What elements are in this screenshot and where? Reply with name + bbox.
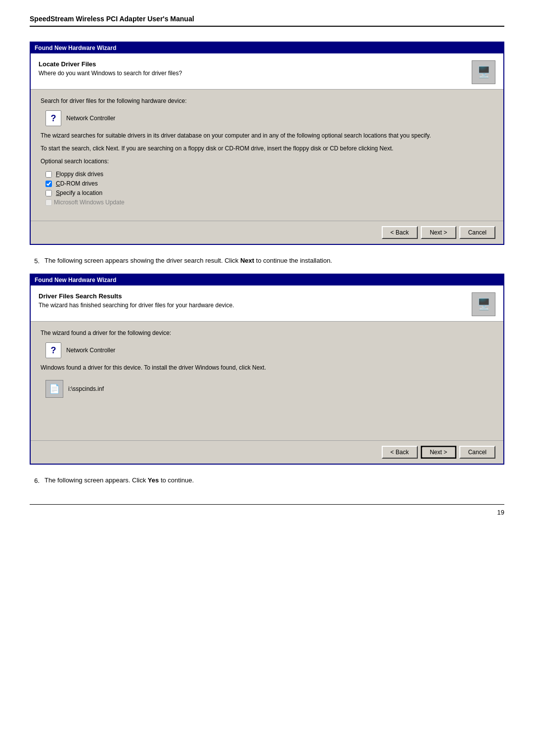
floppy-label: Floppy disk drives — [54, 171, 103, 178]
inf-file-icon: 📄 — [45, 380, 63, 398]
question-icon-1: ? — [45, 110, 61, 126]
body-para-1: The wizard searches for suitable drivers… — [41, 131, 493, 140]
page-header: SpeedStream Wireless PCI Adapter User's … — [30, 15, 504, 27]
floppy-checkbox[interactable] — [45, 171, 52, 178]
step-6-body: The following screen appears. Click Yes … — [44, 476, 504, 484]
body-para-2: To start the search, click Next. If you … — [41, 144, 493, 153]
wizard-2-header-title: Driver Files Search Results — [39, 292, 234, 300]
step-6-number: 6. — [30, 476, 40, 484]
checkbox-winupdate: Microsoft Windows Update — [45, 199, 493, 206]
cdrom-label: CD-ROM drives — [54, 180, 98, 187]
checkbox-cdrom[interactable]: CD-ROM drives — [45, 180, 493, 187]
step-5-number: 5. — [30, 257, 40, 265]
inf-file-path: i:\sspcinds.inf — [68, 385, 104, 392]
wizard-1-titlebar: Found New Hardware Wizard — [31, 43, 503, 53]
wizard-1-buttons: < Back Next > Cancel — [31, 221, 503, 244]
hardware-icon-2: 🖥️ — [472, 292, 495, 316]
step-6-container: 6. The following screen appears. Click Y… — [30, 476, 504, 484]
device-name-1: Network Controller — [66, 115, 115, 122]
checkbox-location[interactable]: Specify a location — [45, 189, 493, 196]
wizard-1-header-title: Locate Driver Files — [39, 60, 182, 68]
wizard-2-header: Driver Files Search Results The wizard h… — [31, 285, 503, 322]
wizard-1-header-text: Locate Driver Files Where do you want Wi… — [39, 60, 182, 77]
wizard-1-body: Search for driver files for the followin… — [31, 90, 503, 216]
document-title: SpeedStream Wireless PCI Adapter User's … — [30, 15, 194, 23]
checkbox-floppy[interactable]: Floppy disk drives — [45, 171, 493, 178]
wizard-2-header-subtitle: The wizard has finished searching for dr… — [39, 302, 234, 309]
question-icon-2: ? — [45, 342, 61, 358]
device-row-1: ? Network Controller — [45, 110, 493, 126]
optional-label: Optional search locations: — [41, 157, 493, 166]
wizard-2-buttons: < Back Next > Cancel — [31, 440, 503, 464]
wizard-2-back-button[interactable]: < Back — [382, 446, 418, 459]
install-text: Windows found a driver for this device. … — [41, 363, 493, 372]
inf-row: 📄 i:\sspcinds.inf — [45, 380, 493, 398]
wizard-dialog-2: Found New Hardware Wizard Driver Files S… — [30, 274, 504, 465]
step-5-container: 5. The following screen appears showing … — [30, 257, 504, 265]
wizard-1-back-button[interactable]: < Back — [382, 226, 418, 239]
wizard-dialog-1: Found New Hardware Wizard Locate Driver … — [30, 42, 504, 245]
wizard-2-header-text: Driver Files Search Results The wizard h… — [39, 292, 234, 309]
page-footer: 19 — [30, 504, 504, 516]
step-5-body: The following screen appears showing the… — [44, 257, 504, 265]
wizard-1-header: Locate Driver Files Where do you want Wi… — [31, 53, 503, 90]
wizard-1-header-subtitle: Where do you want Windows to search for … — [39, 70, 182, 77]
step-6-suffix: to continue. — [161, 476, 194, 484]
wizard-2-cancel-button[interactable]: Cancel — [459, 446, 495, 459]
step-5-suffix: to continue the installation. — [256, 257, 332, 264]
wizard-2-titlebar: Found New Hardware Wizard — [31, 275, 503, 285]
wizard-1-next-button[interactable]: Next > — [421, 226, 456, 239]
step-5-bold: Next — [240, 257, 254, 264]
device-row-2: ? Network Controller — [45, 342, 493, 358]
hardware-icon-1: 🖥️ — [472, 60, 495, 84]
wizard-2-content: Driver Files Search Results The wizard h… — [31, 285, 503, 464]
winupdate-checkbox — [45, 199, 52, 206]
step-6-bold: Yes — [148, 476, 159, 484]
location-label: Specify a location — [54, 189, 102, 196]
wizard-2-next-button[interactable]: Next > — [421, 446, 456, 459]
device-name-2: Network Controller — [66, 347, 115, 354]
wizard-1-content: Locate Driver Files Where do you want Wi… — [31, 53, 503, 244]
step-6-text: The following screen appears. Click — [44, 476, 146, 484]
location-checkbox[interactable] — [45, 190, 52, 196]
wizard-1-cancel-button[interactable]: Cancel — [459, 226, 495, 239]
search-label: Search for driver files for the followin… — [41, 96, 493, 105]
cdrom-checkbox[interactable] — [45, 181, 52, 187]
found-label: The wizard found a driver for the follow… — [41, 329, 493, 337]
winupdate-label: Microsoft Windows Update — [54, 199, 125, 206]
checkbox-group: Floppy disk drives CD-ROM drives Specify… — [45, 171, 493, 206]
wizard-2-body: The wizard found a driver for the follow… — [31, 322, 503, 435]
step-5-text: The following screen appears showing the… — [44, 257, 238, 264]
page-number: 19 — [497, 509, 504, 516]
